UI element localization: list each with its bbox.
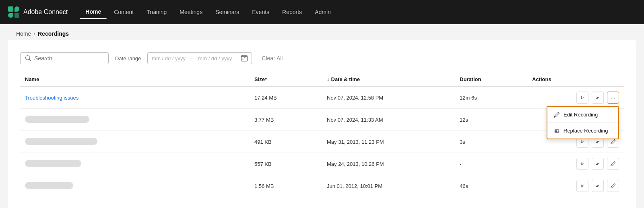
datetime-cell: Nov 07, 2024, 12:58 PM bbox=[322, 87, 455, 109]
search-input[interactable] bbox=[34, 55, 103, 61]
edit-icon bbox=[554, 112, 559, 118]
table-row: 1.56 MB Jun 01, 2012, 10:01 PM 46s bbox=[20, 175, 624, 197]
actions-cell bbox=[527, 153, 624, 175]
duration-cell: 3s bbox=[455, 131, 527, 153]
datetime-cell: May 31, 2013, 11:23 PM bbox=[322, 131, 455, 153]
col-header-name: Name bbox=[20, 72, 250, 87]
edit-button[interactable] bbox=[607, 180, 619, 192]
size-cell: 17.24 MB bbox=[250, 87, 322, 109]
name-cell: Troubleshooting issues bbox=[20, 87, 250, 109]
size-cell: 491 KB bbox=[250, 131, 322, 153]
play-button[interactable] bbox=[576, 180, 588, 192]
nav-item-meetings[interactable]: Meetings bbox=[174, 6, 208, 18]
nav-items: Home Content Training Meetings Seminars … bbox=[80, 5, 636, 19]
size-cell: 1.56 MB bbox=[250, 175, 322, 197]
play-button[interactable] bbox=[576, 92, 588, 104]
table-row: 557 KB May 24, 2013, 10:26 PM - bbox=[20, 153, 624, 175]
size-cell: 3.77 MB bbox=[250, 109, 322, 131]
col-header-datetime[interactable]: ↓Date & time bbox=[322, 72, 455, 87]
datetime-cell: Nov 07, 2024, 11:33 AM bbox=[322, 109, 455, 131]
nav-item-seminars[interactable]: Seminars bbox=[210, 6, 245, 18]
main-content: Date range mm / dd / yyyy – mm / dd / yy… bbox=[8, 40, 636, 208]
duration-cell: 12s bbox=[455, 109, 527, 131]
link-button[interactable] bbox=[592, 180, 604, 192]
action-icons: ··· Edit Recording Replace Recording bbox=[532, 92, 619, 104]
recordings-table: Name Size* ↓Date & time Duration Actions… bbox=[20, 72, 624, 197]
edit-recording-label: Edit Recording bbox=[564, 112, 598, 118]
name-cell bbox=[20, 109, 250, 131]
breadcrumb-home[interactable]: Home bbox=[16, 31, 31, 37]
app-logo: Adobe Connect bbox=[8, 6, 68, 18]
col-header-actions: Actions bbox=[527, 72, 624, 87]
date-range-label: Date range bbox=[115, 55, 141, 61]
col-header-size: Size* bbox=[250, 72, 322, 87]
name-cell bbox=[20, 153, 250, 175]
action-icons bbox=[532, 158, 619, 170]
clear-all-button[interactable]: Clear All bbox=[258, 53, 286, 64]
edit-button[interactable] bbox=[607, 158, 619, 170]
breadcrumb: Home › Recordings bbox=[0, 24, 644, 40]
calendar-icon[interactable] bbox=[241, 55, 248, 61]
link-button[interactable] bbox=[592, 92, 604, 104]
breadcrumb-current: Recordings bbox=[38, 31, 69, 37]
duration-cell: 46s bbox=[455, 175, 527, 197]
table-row: 3.77 MB Nov 07, 2024, 11:33 AM 12s bbox=[20, 109, 624, 131]
breadcrumb-separator: › bbox=[33, 31, 35, 37]
search-icon bbox=[25, 55, 31, 61]
date-start-placeholder: mm / dd / yyyy bbox=[152, 55, 186, 61]
nav-item-events[interactable]: Events bbox=[246, 6, 275, 18]
logo-icon bbox=[8, 6, 19, 18]
actions-cell: ··· Edit Recording Replace Recording bbox=[527, 87, 624, 109]
app-logo-text: Adobe Connect bbox=[23, 8, 68, 16]
filter-bar: Date range mm / dd / yyyy – mm / dd / yy… bbox=[20, 48, 624, 72]
actions-cell bbox=[527, 175, 624, 197]
date-range-input[interactable]: mm / dd / yyyy – mm / dd / yyyy bbox=[147, 52, 252, 64]
duration-cell: - bbox=[455, 153, 527, 175]
sort-arrow-icon: ↓ bbox=[327, 76, 330, 82]
search-box bbox=[20, 52, 109, 64]
table-row: Troubleshooting issues 17.24 MB Nov 07, … bbox=[20, 87, 624, 109]
dropdown-container: ··· Edit Recording Replace Recording bbox=[607, 92, 619, 104]
play-button[interactable] bbox=[576, 158, 588, 170]
nav-item-reports[interactable]: Reports bbox=[277, 6, 308, 18]
link-button[interactable] bbox=[592, 158, 604, 170]
edit-recording-item[interactable]: Edit Recording bbox=[547, 107, 618, 122]
col-header-duration: Duration bbox=[455, 72, 527, 87]
table-row: 491 KB May 31, 2013, 11:23 PM 3s bbox=[20, 131, 624, 153]
datetime-cell: May 24, 2013, 10:26 PM bbox=[322, 153, 455, 175]
dropdown-menu: Edit Recording Replace Recording bbox=[547, 106, 619, 139]
name-cell bbox=[20, 131, 250, 153]
date-separator: – bbox=[190, 55, 193, 61]
top-navigation: Adobe Connect Home Content Training Meet… bbox=[0, 0, 644, 24]
duration-cell: 12m 6s bbox=[455, 87, 527, 109]
action-icons bbox=[532, 180, 619, 192]
nav-item-admin[interactable]: Admin bbox=[309, 6, 336, 18]
size-cell: 557 KB bbox=[250, 153, 322, 175]
name-cell bbox=[20, 175, 250, 197]
datetime-cell: Jun 01, 2012, 10:01 PM bbox=[322, 175, 455, 197]
recording-link[interactable]: Troubleshooting issues bbox=[25, 95, 78, 101]
nav-item-content[interactable]: Content bbox=[108, 6, 139, 18]
nav-item-home[interactable]: Home bbox=[80, 5, 107, 19]
replace-recording-item[interactable]: Replace Recording bbox=[547, 122, 618, 139]
replace-icon bbox=[554, 128, 559, 134]
replace-recording-label: Replace Recording bbox=[564, 128, 608, 134]
more-options-button[interactable]: ··· bbox=[607, 92, 619, 104]
nav-item-training[interactable]: Training bbox=[141, 6, 172, 18]
date-end-placeholder: mm / dd / yyyy bbox=[198, 55, 232, 61]
